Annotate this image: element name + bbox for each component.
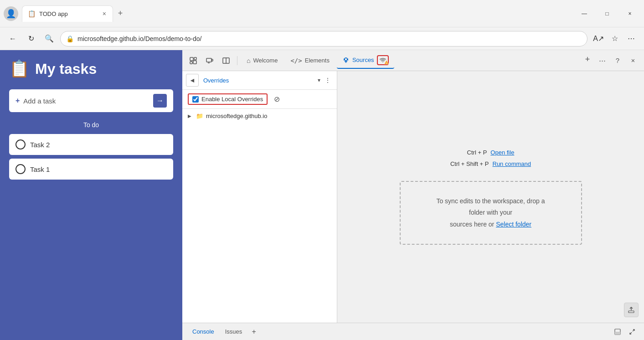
devtools-toolbar: ⌂ Welcome </> Elements Sources	[182, 50, 644, 71]
file-tree: ▶ 📁 microsoftedge.github.io	[182, 109, 337, 323]
sources-alert-badge: !	[377, 55, 389, 65]
upload-icon	[628, 306, 635, 314]
svg-rect-1	[194, 57, 196, 60]
window-chrome: 👤 📋 TODO app × + — □ ×	[0, 0, 644, 27]
tab-bar: 👤 📋 TODO app × +	[4, 5, 574, 22]
warning-triangle-icon: !	[384, 60, 389, 65]
elements-icon: </>	[290, 57, 302, 64]
svg-rect-3	[193, 61, 196, 64]
run-command-link[interactable]: Run command	[493, 160, 531, 167]
devtools-close-button[interactable]: ×	[626, 53, 640, 68]
toolbar-more-button[interactable]: ⋯	[595, 53, 609, 68]
open-file-link[interactable]: Open file	[490, 149, 514, 156]
add-bottom-tab-button[interactable]: +	[248, 326, 259, 337]
tab-elements-label: Elements	[305, 57, 330, 64]
shortcut2-key: Ctrl + Shift + P	[450, 160, 489, 167]
new-tab-button[interactable]: +	[113, 6, 128, 21]
minimize-button[interactable]: —	[574, 6, 595, 21]
toolbar-separator-1	[237, 56, 237, 65]
refresh-button[interactable]: ↻	[24, 31, 38, 46]
file-tree-item-0[interactable]: ▶ 📁 microsoftedge.github.io	[182, 111, 337, 121]
folder-icon: 📁	[196, 113, 203, 119]
more-button[interactable]: ⋯	[624, 31, 639, 46]
task-item-2[interactable]: Task 2	[9, 134, 173, 155]
bottom-tab-issues[interactable]: Issues	[221, 326, 247, 337]
bottom-icon-btn-2[interactable]	[626, 325, 639, 338]
workspace-corner-button[interactable]	[624, 303, 639, 317]
tab-sources-label: Sources	[352, 57, 374, 63]
file-tree-label-0: microsoftedge.github.io	[206, 113, 267, 119]
welcome-icon: ⌂	[247, 57, 250, 64]
add-task-label: Add a task	[23, 97, 56, 105]
tree-arrow-icon: ▶	[188, 113, 193, 118]
add-tab-button[interactable]: +	[581, 53, 594, 66]
tab-close-button[interactable]: ×	[102, 9, 107, 18]
tab-sources[interactable]: Sources !	[337, 52, 394, 69]
navigation-bar: ← ↻ 🔍 🔒 microsoftedge.github.io/Demos/de…	[0, 27, 644, 50]
search-button[interactable]: 🔍	[42, 31, 57, 46]
dock-icon	[614, 328, 621, 335]
read-aloud-button[interactable]: A↗	[591, 31, 606, 46]
restore-button[interactable]: □	[597, 6, 618, 21]
app-title: My tasks	[35, 61, 97, 77]
nav-right-buttons: A↗ ☆ ⋯	[591, 31, 639, 46]
sources-icon	[342, 57, 350, 64]
task-label-2: Task 2	[30, 141, 50, 149]
overrides-row: Enable Local Overrides ⊘	[182, 90, 337, 109]
expand-icon	[629, 328, 636, 335]
devtools-panel: ⌂ Welcome </> Elements Sources	[182, 50, 644, 340]
workspace-panel: Ctrl + P Open file Ctrl + Shift + P Run …	[337, 71, 644, 323]
back-button[interactable]: ←	[5, 31, 20, 46]
devtools-body: ◄ Overrides ▾ ⋮ Enable Local Overrides ⊘…	[182, 71, 644, 323]
drop-zone-text-1: To sync edits to the workspace, drop a f…	[436, 197, 545, 216]
drop-zone[interactable]: To sync edits to the workspace, drop a f…	[400, 181, 582, 245]
select-folder-link[interactable]: Select folder	[496, 221, 531, 228]
svg-rect-0	[190, 57, 193, 61]
toolbar-help-button[interactable]: ?	[610, 53, 625, 68]
tab-welcome[interactable]: ⌂ Welcome	[241, 52, 283, 69]
sidebar-panel-button[interactable]: ◄	[186, 74, 199, 87]
svg-rect-5	[211, 59, 213, 61]
clear-overrides-button[interactable]: ⊘	[271, 94, 282, 105]
profile-icon: 👤	[4, 6, 18, 21]
sources-sidebar: ◄ Overrides ▾ ⋮ Enable Local Overrides ⊘…	[182, 71, 337, 323]
enable-overrides-checkbox[interactable]	[192, 96, 199, 103]
svg-rect-4	[206, 58, 211, 62]
svg-line-15	[347, 60, 348, 60]
devtools-bottom-bar: Console Issues +	[182, 323, 644, 340]
svg-rect-18	[629, 311, 634, 313]
shortcut-row-1: Ctrl + P Open file	[467, 149, 515, 156]
toolbar-right-buttons: + ⋯ ? ×	[581, 53, 640, 68]
bottom-icon-btn-1[interactable]	[611, 325, 624, 338]
chevron-down-icon[interactable]: ▾	[318, 77, 320, 83]
overrides-title[interactable]: Overrides	[201, 75, 316, 86]
shortcut-row-2: Ctrl + Shift + P Run command	[450, 160, 531, 167]
task-item-1[interactable]: Task 1	[9, 159, 173, 180]
enable-local-overrides-container: Enable Local Overrides	[188, 93, 268, 105]
svg-text:!: !	[386, 62, 387, 64]
bottom-tab-console[interactable]: Console	[188, 326, 219, 337]
address-bar[interactable]: 🔒 microsoftedge.github.io/Demos/demo-to-…	[60, 31, 587, 46]
tab-favicon: 📋	[28, 10, 36, 17]
add-task-bar[interactable]: + Add a task →	[9, 89, 173, 112]
window-controls: — □ ×	[574, 6, 640, 21]
bottom-right-buttons	[611, 325, 639, 338]
main-area: 📋 My tasks + Add a task → To do Task 2 T…	[0, 50, 644, 340]
active-tab[interactable]: 📋 TODO app ×	[22, 5, 113, 22]
device-emulation-button[interactable]	[202, 53, 217, 68]
tab-title: TODO app	[39, 10, 98, 17]
window-close-button[interactable]: ×	[619, 6, 640, 21]
favorites-button[interactable]: ☆	[608, 31, 622, 46]
add-task-arrow-button[interactable]: →	[153, 94, 167, 108]
task-checkbox-2[interactable]	[15, 139, 26, 149]
panel-layout-button[interactable]	[219, 53, 233, 68]
sidebar-menu-button[interactable]: ⋮	[322, 75, 333, 86]
tab-elements[interactable]: </> Elements	[285, 52, 335, 69]
svg-rect-21	[615, 332, 620, 335]
enable-overrides-label: Enable Local Overrides	[201, 96, 263, 103]
todo-app: 📋 My tasks + Add a task → To do Task 2 T…	[0, 50, 182, 340]
inspect-element-button[interactable]	[186, 53, 201, 68]
drop-zone-text-2: sources here or	[450, 221, 494, 228]
task-checkbox-1[interactable]	[15, 164, 26, 174]
svg-line-14	[344, 60, 345, 60]
